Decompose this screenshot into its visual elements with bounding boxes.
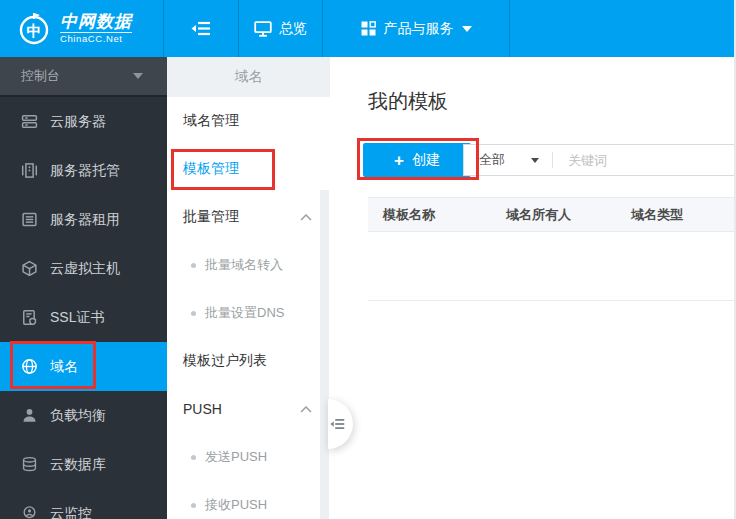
person-icon	[21, 407, 38, 424]
bullet-icon	[191, 455, 196, 460]
submenu-group-batch-management[interactable]: 批量管理	[167, 193, 330, 241]
sidebar-item-virtual-host[interactable]: 云虚拟主机	[0, 244, 167, 293]
sidebar-item-domain[interactable]: 域名	[0, 342, 167, 391]
sidebar-item-label: 云数据库	[50, 456, 106, 474]
submenu-group-push[interactable]: PUSH	[167, 385, 330, 433]
sidebar-item-server-rental[interactable]: 服务器租用	[0, 195, 167, 244]
brand-emblem-icon: 中	[16, 11, 52, 47]
plus-icon: +	[394, 152, 404, 169]
cube-icon	[21, 260, 38, 277]
submenu-item-receive-push[interactable]: 接收PUSH	[167, 481, 330, 519]
chevron-down-icon	[462, 26, 472, 32]
submenu-item-label: 批量设置DNS	[205, 304, 284, 322]
submenu-group-label: 批量管理	[183, 208, 239, 226]
search-filter-bar: 全部	[463, 144, 736, 176]
submenu-item-template-management[interactable]: 模板管理	[167, 145, 330, 193]
bullet-icon	[191, 263, 196, 268]
submenu-item-label: 模板过户列表	[183, 352, 267, 370]
sidebar-item-label: SSL证书	[50, 309, 104, 327]
submenu-item-batch-dns[interactable]: 批量设置DNS	[167, 289, 330, 337]
sidebar-collapse-button[interactable]	[163, 0, 238, 57]
submenu-item-label: 接收PUSH	[205, 496, 267, 514]
collapse-menu-icon	[330, 418, 345, 430]
bullet-icon	[191, 503, 196, 508]
create-button[interactable]: + 创建	[363, 143, 471, 177]
brand-domain: ChinaCC.Net	[60, 32, 132, 44]
chevron-down-icon	[133, 73, 143, 79]
column-header-template-name: 模板名称	[368, 206, 491, 224]
keyword-input[interactable]	[566, 152, 735, 169]
certificate-icon	[21, 309, 38, 326]
divider	[552, 152, 553, 168]
collapse-menu-icon	[191, 21, 211, 36]
topbar-spacer	[509, 0, 736, 57]
app-window: 中 中网数据 ChinaCC.Net 总览	[0, 0, 736, 519]
page-title: 我的模板	[368, 88, 448, 115]
table-header-row: 模板名称 域名所有人 域名类型	[368, 197, 736, 232]
submenu-item-label: 批量域名转入	[205, 256, 283, 274]
chevron-up-icon	[300, 214, 312, 221]
nav-overview[interactable]: 总览	[238, 0, 322, 57]
grid-icon	[361, 21, 376, 36]
svg-text:中: 中	[27, 22, 42, 39]
server-stack-icon	[21, 113, 38, 130]
sidebar-item-load-balancer[interactable]: 负载均衡	[0, 391, 167, 440]
server-list-icon	[21, 211, 38, 228]
bullet-icon	[191, 311, 196, 316]
create-button-label: 创建	[412, 151, 440, 169]
brand-name: 中网数据	[60, 13, 132, 31]
sidebar-item-label: 服务器托管	[50, 162, 120, 180]
column-header-domain-owner: 域名所有人	[491, 206, 616, 224]
submenu-title-label: 域名	[235, 68, 263, 86]
submenu-item-send-push[interactable]: 发送PUSH	[167, 433, 330, 481]
topbar: 中 中网数据 ChinaCC.Net 总览	[0, 0, 736, 57]
submenu-scrollbar-track[interactable]	[320, 190, 329, 519]
primary-sidebar: 控制台 云服务器 服务器托管 服务器租用	[0, 57, 167, 519]
chevron-up-icon	[300, 406, 312, 413]
console-label: 控制台	[21, 67, 60, 85]
secondary-sidebar: 域名 域名管理 模板管理 批量管理 批量域名转入 批量设置DNS 模板过户列表 …	[167, 57, 330, 519]
server-cabinet-icon	[21, 162, 38, 179]
sidebar-item-cloud-database[interactable]: 云数据库	[0, 440, 167, 489]
sidebar-item-label: 云监控	[50, 505, 92, 519]
monitor-person-icon	[21, 505, 38, 519]
brand-text: 中网数据 ChinaCC.Net	[60, 13, 132, 45]
sidebar-item-ssl-cert[interactable]: SSL证书	[0, 293, 167, 342]
submenu-item-label: 模板管理	[183, 160, 239, 178]
sidebar-item-label: 域名	[50, 358, 78, 376]
table-empty-body	[368, 232, 736, 301]
filter-type-select[interactable]: 全部	[464, 151, 539, 169]
submenu-group-label: PUSH	[183, 401, 222, 417]
submenu-item-label: 发送PUSH	[205, 448, 267, 466]
filter-selected-value: 全部	[479, 151, 505, 169]
monitor-icon	[254, 21, 272, 37]
nav-products-label: 产品与服务	[384, 20, 454, 38]
console-dropdown[interactable]: 控制台	[0, 57, 167, 97]
sidebar-item-cloud-server[interactable]: 云服务器	[0, 97, 167, 146]
sidebar-item-label: 服务器租用	[50, 211, 120, 229]
nav-products-services[interactable]: 产品与服务	[322, 0, 509, 57]
sidebar-item-label: 云服务器	[50, 113, 106, 131]
sidebar-item-cloud-monitor[interactable]: 云监控	[0, 489, 167, 519]
nav-overview-label: 总览	[279, 20, 307, 38]
chevron-down-icon	[531, 158, 539, 163]
submenu-item-domain-management[interactable]: 域名管理	[167, 97, 330, 145]
sidebar-item-label: 云虚拟主机	[50, 260, 120, 278]
sidebar-item-label: 负载均衡	[50, 407, 106, 425]
sidebar-item-server-hosting[interactable]: 服务器托管	[0, 146, 167, 195]
submenu-item-batch-domain-transfer-in[interactable]: 批量域名转入	[167, 241, 330, 289]
globe-icon	[21, 358, 38, 375]
submenu-item-label: 域名管理	[183, 112, 239, 130]
brand-logo[interactable]: 中 中网数据 ChinaCC.Net	[0, 0, 163, 57]
column-header-domain-type: 域名类型	[616, 206, 736, 224]
main-content: 我的模板 + 创建 全部 模板名称 域名所有人 域名类型	[330, 57, 736, 519]
database-icon	[21, 456, 38, 473]
submenu-title: 域名	[167, 57, 330, 97]
submenu-item-template-transfer-list[interactable]: 模板过户列表	[167, 337, 330, 385]
